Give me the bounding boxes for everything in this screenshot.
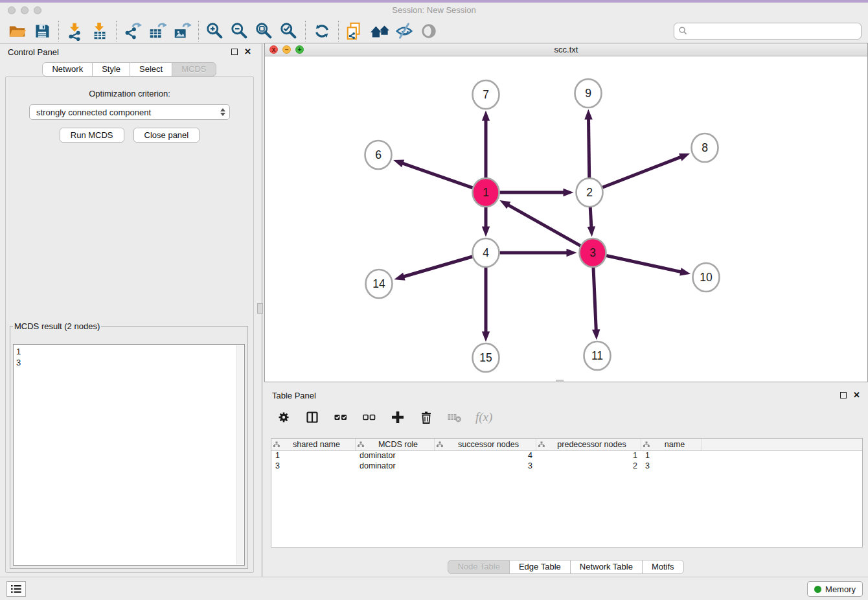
memory-label: Memory <box>825 584 856 594</box>
edge-2-3[interactable] <box>590 206 591 227</box>
tab-edge-table[interactable]: Edge Table <box>509 560 571 574</box>
import-table-icon[interactable] <box>87 19 112 43</box>
table-row[interactable]: 1dominator411 <box>271 451 862 461</box>
tab-network[interactable]: Network <box>42 62 93 76</box>
mcds-result-text: 1 3 <box>16 346 244 368</box>
table-panel-tabs: Node TableEdge TableNetwork TableMotifs <box>264 560 868 574</box>
edge-1-6[interactable] <box>402 163 472 188</box>
edge-2-9[interactable] <box>589 118 589 178</box>
mcds-result-box[interactable]: 1 3 <box>13 344 245 566</box>
status-bar: Memory <box>0 577 868 600</box>
node-table[interactable]: shared nameMCDS rolesuccessor nodesprede… <box>271 438 863 548</box>
edge-arrowhead <box>394 273 405 281</box>
table-cell[interactable]: 3 <box>435 461 536 472</box>
graph-node-label-11: 11 <box>591 349 603 362</box>
edge-2-8[interactable] <box>602 157 681 187</box>
toolbar-separator <box>198 21 199 41</box>
network-resize-handle[interactable] <box>556 380 564 382</box>
zoom-selected-icon[interactable] <box>277 19 301 43</box>
criterion-select[interactable]: strongly connected component <box>29 104 230 120</box>
close-panel-icon[interactable]: ✕ <box>244 49 251 55</box>
tab-mcds[interactable]: MCDS <box>172 62 216 76</box>
copy-network-view-icon[interactable] <box>343 19 367 43</box>
table-cell[interactable]: dominator <box>356 461 435 472</box>
edge-arrowhead <box>584 109 592 119</box>
tab-style[interactable]: Style <box>92 62 130 76</box>
table-cell[interactable]: dominator <box>356 451 435 461</box>
table-cell[interactable]: 1 <box>641 451 702 461</box>
import-network-icon[interactable] <box>63 19 87 43</box>
mcds-result-group: MCDS result (2 nodes) 1 3 <box>10 321 248 569</box>
tab-node-table[interactable]: Node Table <box>448 560 510 574</box>
save-session-icon[interactable] <box>30 19 54 43</box>
result-scrollbar[interactable] <box>236 345 244 564</box>
delete-icon[interactable] <box>418 410 434 425</box>
toolbar-separator <box>58 21 59 41</box>
run-mcds-button[interactable]: Run MCDS <box>60 128 124 143</box>
table-cell[interactable]: 3 <box>641 461 702 472</box>
column-header-predecessor-nodes[interactable]: predecessor nodes <box>536 439 641 450</box>
zoom-fit-icon[interactable] <box>252 19 277 43</box>
control-panel-header: Control Panel ✕ <box>0 44 259 60</box>
control-panel-tabs: NetworkStyleSelectMCDS <box>0 62 259 76</box>
toolbar-separator <box>338 21 339 41</box>
table-cell[interactable]: 1 <box>536 451 641 461</box>
control-panel-title: Control Panel <box>8 47 59 57</box>
edge-arrowhead <box>588 226 595 237</box>
close-table-panel-icon[interactable]: ✕ <box>853 392 860 398</box>
graph-node-label-7: 7 <box>483 88 489 101</box>
edge-arrowhead <box>680 268 691 275</box>
sort-icon <box>273 441 280 448</box>
float-table-panel-icon[interactable] <box>840 392 847 398</box>
refresh-icon[interactable] <box>310 19 334 43</box>
close-panel-button[interactable]: Close panel <box>133 128 200 143</box>
table-panel: Table Panel ✕ <box>264 387 868 577</box>
search-box[interactable] <box>674 23 862 40</box>
graph-node-label-4: 4 <box>483 246 489 259</box>
table-cell[interactable]: 4 <box>435 451 536 461</box>
tab-motifs[interactable]: Motifs <box>642 560 684 574</box>
network-window-title: scc.txt <box>265 45 867 54</box>
open-file-icon[interactable] <box>5 19 30 43</box>
memory-status-icon <box>814 586 821 593</box>
add-column-icon[interactable] <box>390 410 405 425</box>
hide-eye-icon[interactable] <box>392 19 417 43</box>
split-columns-icon[interactable] <box>304 410 320 425</box>
column-header-MCDS-role[interactable]: MCDS role <box>356 439 435 450</box>
table-panel-header: Table Panel ✕ <box>264 387 868 403</box>
edge-3-11[interactable] <box>593 266 596 330</box>
gear-icon[interactable] <box>276 410 291 425</box>
export-image-icon[interactable] <box>170 19 194 43</box>
eye-icon[interactable] <box>417 19 441 43</box>
home-icon[interactable] <box>367 19 392 43</box>
zoom-in-icon[interactable] <box>203 19 227 43</box>
table-header-row: shared nameMCDS rolesuccessor nodesprede… <box>271 439 862 451</box>
deselect-all-icon[interactable] <box>361 410 377 425</box>
table-panel-title: Table Panel <box>272 391 316 400</box>
edge-3-10[interactable] <box>606 256 681 272</box>
table-cell[interactable]: 2 <box>536 461 641 472</box>
table-cell[interactable]: 3 <box>271 461 356 472</box>
memory-button[interactable]: Memory <box>807 581 863 597</box>
column-header-successor-nodes[interactable]: successor nodes <box>435 439 536 450</box>
tab-select[interactable]: Select <box>130 62 172 76</box>
export-table-icon[interactable] <box>145 19 170 43</box>
zoom-out-icon[interactable] <box>227 19 252 43</box>
table-cell[interactable]: 1 <box>271 451 356 461</box>
tab-network-table[interactable]: Network Table <box>570 560 643 574</box>
column-header-name[interactable]: name <box>641 439 702 450</box>
window-title: Session: New Session <box>0 5 868 15</box>
float-panel-icon[interactable] <box>231 49 238 55</box>
task-history-button[interactable] <box>6 581 26 597</box>
export-network-icon[interactable] <box>120 19 145 43</box>
network-canvas[interactable]: 1234678910111415 <box>265 56 867 382</box>
search-input[interactable] <box>688 25 857 36</box>
edge-arrowhead <box>482 227 490 237</box>
select-all-icon[interactable] <box>333 410 348 425</box>
table-row[interactable]: 3dominator323 <box>271 461 862 472</box>
column-header-shared-name[interactable]: shared name <box>271 439 356 450</box>
vertical-splitter-handle[interactable] <box>257 303 263 314</box>
edge-4-14[interactable] <box>403 257 472 277</box>
edge-arrowhead <box>482 332 490 342</box>
edge-3-1[interactable] <box>508 205 581 246</box>
